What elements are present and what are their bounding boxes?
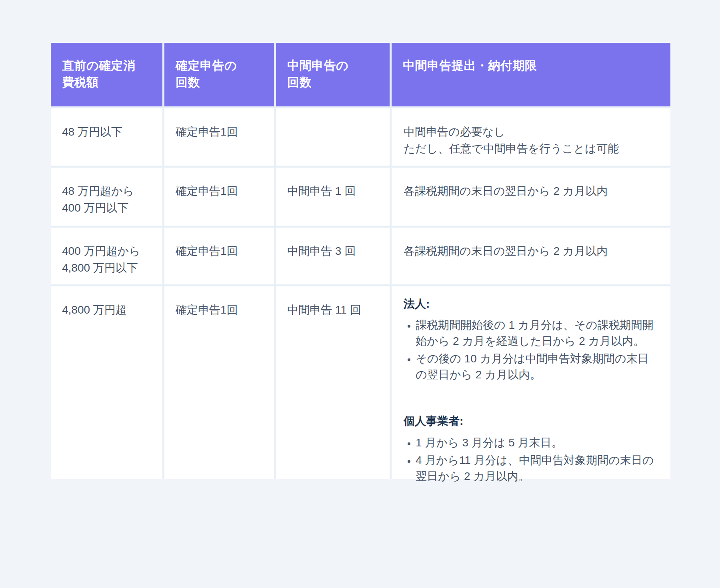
row3-tax-amount: 400 万円超から 4,800 万円以下 [51,228,162,284]
corporation-section-heading: 法人: [404,296,658,312]
row4-deadline: 法人: 課税期間開始後の 1 カ月分は、その課税期間開始から 2 カ月を経過した… [392,286,670,479]
row4-final-return-count: 確定申告1回 [164,286,274,479]
corporation-bullet-list: 課税期間開始後の 1 カ月分は、その課税期間開始から 2 カ月を経過した日から … [404,317,658,383]
corporation-bullet-1: 課税期間開始後の 1 カ月分は、その課税期間開始から 2 カ月を経過した日から … [416,317,658,349]
row2-final-return-count: 確定申告1回 [164,168,274,226]
row3-final-return-count: 確定申告1回 [164,228,274,284]
corporation-bullet-2: その後の 10 カ月分は中間申告対象期間の末日の翌日から 2 カ月以内。 [416,351,658,383]
header-cell-deadline: 中間申告提出・納付期限 [392,43,670,106]
header-cell-final-return-count: 確定申告の 回数 [164,43,274,106]
row1-interim-return-count [276,108,390,166]
row4-interim-return-count: 中間申告 11 回 [276,286,390,479]
row4-tax-amount: 4,800 万円超 [51,286,162,479]
sole-proprietor-bullet-list: 1 月から 3 月分は 5 月末日。 4 月から11 月分は、中間申告対象期間の… [404,435,658,484]
row2-tax-amount: 48 万円超から 400 万円以下 [51,168,162,226]
row1-tax-amount: 48 万円以下 [51,108,162,166]
sole-proprietor-bullet-1: 1 月から 3 月分は 5 月末日。 [416,435,658,451]
sole-proprietor-bullet-2: 4 月から11 月分は、中間申告対象期間の末日の翌日から 2 カ月以内。 [416,452,658,484]
row3-interim-return-count: 中間申告 3 回 [276,228,390,284]
row1-final-return-count: 確定申告1回 [164,108,274,166]
row1-deadline: 中間申告の必要なし ただし、任意で中間申告を行うことは可能 [392,108,670,166]
row2-interim-return-count: 中間申告 1 回 [276,168,390,226]
header-cell-previous-tax-amount: 直前の確定消 費税額 [51,43,162,106]
table-grid: 直前の確定消 費税額 確定申告の 回数 中間申告の 回数 中間申告提出・納付期限… [51,43,670,479]
row2-deadline: 各課税期間の末日の翌日から 2 カ月以内 [392,168,670,226]
consumption-tax-interim-filing-table: 直前の確定消 費税額 確定申告の 回数 中間申告の 回数 中間申告提出・納付期限… [51,43,670,479]
sole-proprietor-section-heading: 個人事業者: [404,413,658,429]
row3-deadline: 各課税期間の末日の翌日から 2 カ月以内 [392,228,670,284]
header-cell-interim-return-count: 中間申告の 回数 [276,43,390,106]
